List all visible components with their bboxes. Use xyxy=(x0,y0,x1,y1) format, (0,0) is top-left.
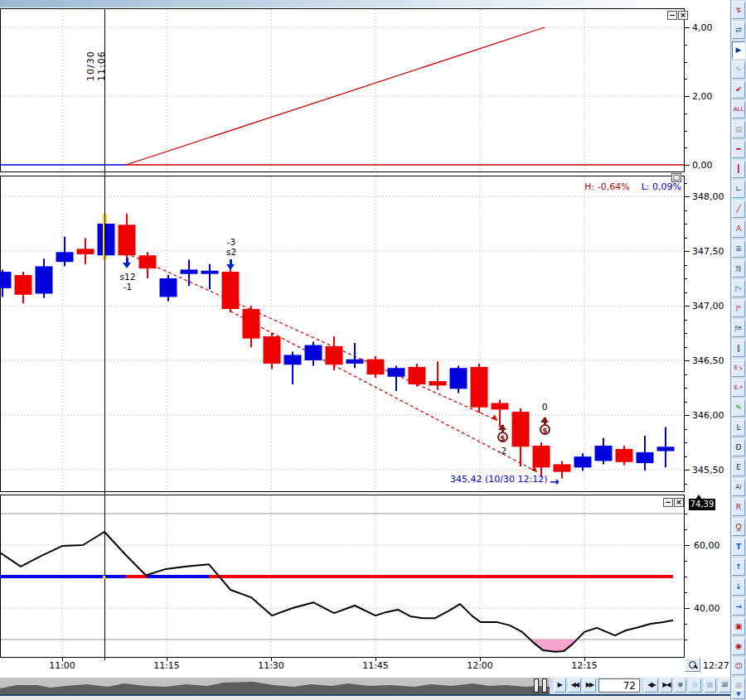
axis-tick xyxy=(685,470,690,471)
regression-tool-icon[interactable]: R xyxy=(732,499,745,516)
time-axis-label: 11:15 xyxy=(153,660,180,671)
time-axis-tick xyxy=(584,657,585,661)
axis-tick xyxy=(685,96,690,97)
axis-tick xyxy=(685,347,687,348)
indicator-star-tool-icon[interactable]: ƒ* xyxy=(732,300,745,317)
pencil-tool-icon[interactable]: ✎ xyxy=(732,399,745,417)
dollar-marker-2: $ xyxy=(540,424,550,435)
square-marker-tool-icon[interactable]: ▣ xyxy=(732,618,745,635)
last-value-badge: 74,39 xyxy=(689,499,715,510)
signal-text: s2 xyxy=(217,247,245,257)
axis-tick xyxy=(685,306,690,307)
navigation-bar: ▶◀◀▶▶◀▶▶◀⊕⊖▦☒ xyxy=(0,678,730,694)
time-axis-label: 12:00 xyxy=(467,660,493,671)
crosshair-oscillator-mark xyxy=(103,576,105,579)
time-axis-label: 12:15 xyxy=(571,660,598,671)
signal-text: s12 xyxy=(114,272,141,282)
panes-tool-icon: ▤ xyxy=(732,121,745,138)
panel1-close-button[interactable]: × xyxy=(678,11,688,20)
trade-up-arrow-2 xyxy=(540,413,550,424)
indicator-histogram-tool-icon[interactable]: ƒ‖ xyxy=(732,260,745,278)
axis-value-label: 40,00 xyxy=(694,603,720,614)
fibonacci-tool-icon[interactable]: ≣ xyxy=(732,240,745,258)
axis-tick xyxy=(685,514,687,514)
arrow-down-marker-tool-icon[interactable]: ↓ xyxy=(732,578,745,596)
time-axis-label: 11:00 xyxy=(49,660,75,671)
arrow-head xyxy=(540,413,549,422)
page-back-button[interactable]: ◀◀ xyxy=(568,678,581,693)
axis-tick xyxy=(685,484,687,485)
indicator-curve-tool-icon[interactable]: ƒ∿ xyxy=(732,280,745,297)
crosshair-vertical-line xyxy=(104,8,105,660)
bars-count-input[interactable] xyxy=(598,678,640,693)
shrink-bars-button[interactable]: ◀▶ xyxy=(644,678,658,693)
grow-bars-button[interactable]: ▶◀ xyxy=(660,678,672,693)
annotation-tool-icon[interactable]: A/ xyxy=(732,479,745,496)
text-tool-icon[interactable]: T xyxy=(732,538,745,556)
overview-handle-right[interactable] xyxy=(542,678,547,693)
zoom-in-button[interactable]: ⊕ xyxy=(674,678,686,693)
time-axis-tick xyxy=(271,657,272,661)
axis-tick xyxy=(685,183,687,184)
zoom-out-button: ⊖ xyxy=(689,678,701,693)
e-study-tool-icon[interactable]: E xyxy=(732,459,745,476)
zigzag-tool-icon[interactable]: ↯ xyxy=(732,2,745,19)
axis-tick xyxy=(685,45,687,46)
channel-tool-icon[interactable]: ∥ xyxy=(732,340,745,357)
axis-tick xyxy=(685,320,687,321)
panel2-restore-button[interactable]: □ xyxy=(671,173,681,182)
circle-marker-tool-icon[interactable]: ◉ xyxy=(732,638,745,655)
high-percent-label: H: -0,64% xyxy=(584,181,629,192)
axis-tick xyxy=(685,196,690,197)
panel1-minimize-button[interactable]: − xyxy=(667,11,677,20)
axis-tick xyxy=(685,265,687,266)
time-axis-label: 11:30 xyxy=(258,660,284,671)
axis-tick xyxy=(685,165,690,166)
l-study-tool-icon[interactable]: Ŀ xyxy=(732,419,745,437)
time-axis-label: 11:45 xyxy=(362,660,389,671)
trend-line-tool-icon[interactable]: ╱ xyxy=(732,200,745,218)
pattern-button: ▦ xyxy=(704,678,716,693)
zoom-button[interactable] xyxy=(685,658,700,672)
axis-tick xyxy=(685,640,687,640)
crosshair-time-label: 10/30 11:06 xyxy=(85,18,107,81)
axis-tick xyxy=(685,251,690,252)
low-percent-label: L: 0,09% xyxy=(642,181,681,192)
time-axis-tick xyxy=(167,657,167,661)
time-axis-tick xyxy=(62,657,63,661)
chart-window: 4,002,000,00348,00347,50347,00346,50346,… xyxy=(0,0,746,700)
data-window-tool-icon[interactable]: ⇄ xyxy=(732,22,745,39)
axis-value-label: 347,50 xyxy=(692,246,724,257)
axis-tick xyxy=(685,388,687,389)
arrow-up-marker-tool-icon[interactable]: ↑ xyxy=(732,558,745,576)
expert-long-tool-icon[interactable]: E↗ xyxy=(732,379,745,397)
vertical-line-tool-icon[interactable]: ┃ xyxy=(732,161,745,178)
indicator-levels-tool-icon[interactable]: ƒ≡ xyxy=(732,320,745,337)
panel3-close-button[interactable]: × xyxy=(674,498,684,507)
horizontal-line-tool-icon[interactable]: ━ xyxy=(732,141,745,158)
angle-line-tool-icon[interactable]: ∟ xyxy=(732,181,745,198)
axis-tick xyxy=(685,608,690,609)
show-all-tool-icon[interactable]: ALL xyxy=(732,101,745,118)
step-forward-button[interactable]: ▶ xyxy=(554,678,566,693)
arrow-right-marker-tool-icon[interactable]: → xyxy=(732,598,745,616)
d-study-tool-icon[interactable]: Ð xyxy=(732,439,745,456)
overview-handle-left[interactable] xyxy=(534,678,539,693)
axis-value-label: 2,00 xyxy=(692,91,713,102)
quote-tool-icon[interactable]: Q̲ xyxy=(732,519,745,536)
smiley-marker-tool-icon[interactable]: ☺ xyxy=(732,658,745,675)
signal-label-s12: s12 -1 xyxy=(114,272,141,292)
text-label-tool-icon[interactable]: A xyxy=(732,220,745,238)
axis-tick xyxy=(685,224,687,224)
signal-text: 0 xyxy=(535,402,554,412)
expert-short-tool-icon[interactable]: E↘ xyxy=(732,360,745,377)
chart-overview-scrollbar[interactable] xyxy=(0,678,550,694)
page-forward-button[interactable]: ▶▶ xyxy=(583,678,596,693)
panel3-minimize-button[interactable]: − xyxy=(663,498,673,507)
pointer-tool-icon[interactable]: ▶ xyxy=(732,41,745,59)
arrow-head xyxy=(498,420,506,430)
axis-tick xyxy=(685,577,687,577)
toolbar-scroll-down-icon[interactable]: ▼ xyxy=(732,689,745,699)
close-view-button[interactable]: ☒ xyxy=(719,678,731,693)
apply-tool-icon[interactable]: ✔ xyxy=(732,81,745,99)
